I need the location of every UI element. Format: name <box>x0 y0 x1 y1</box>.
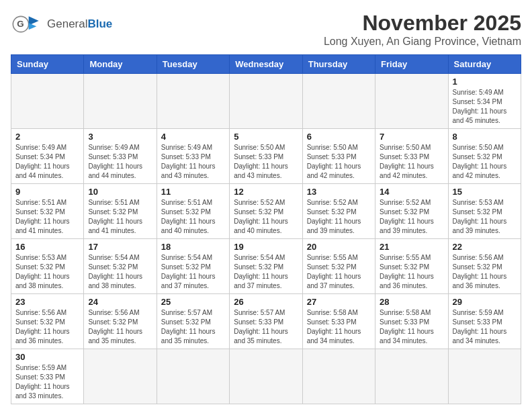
title-area: November 2025 Long Xuyen, An Giang Provi… <box>324 11 521 48</box>
day-info: Sunrise: 5:51 AM Sunset: 5:32 PM Dayligh… <box>15 198 79 236</box>
logo-text: GeneralBlue <box>47 17 112 31</box>
day-info: Sunrise: 5:58 AM Sunset: 5:33 PM Dayligh… <box>307 308 371 346</box>
day-number: 6 <box>307 132 371 142</box>
calendar-cell: 16Sunrise: 5:53 AM Sunset: 5:32 PM Dayli… <box>11 239 84 294</box>
day-info: Sunrise: 5:56 AM Sunset: 5:32 PM Dayligh… <box>88 308 152 346</box>
page-header: G GeneralBlue November 2025 Long Xuyen, … <box>11 11 521 48</box>
day-number: 18 <box>161 242 225 252</box>
day-number: 5 <box>234 132 298 142</box>
day-number: 10 <box>88 187 152 197</box>
day-info: Sunrise: 5:59 AM Sunset: 5:33 PM Dayligh… <box>15 363 79 401</box>
day-number: 29 <box>453 297 517 307</box>
day-number: 22 <box>453 242 517 252</box>
day-info: Sunrise: 5:53 AM Sunset: 5:32 PM Dayligh… <box>15 253 79 291</box>
calendar-cell: 30Sunrise: 5:59 AM Sunset: 5:33 PM Dayli… <box>11 349 84 404</box>
day-info: Sunrise: 5:56 AM Sunset: 5:32 PM Dayligh… <box>15 308 79 346</box>
day-info: Sunrise: 5:57 AM Sunset: 5:32 PM Dayligh… <box>161 308 225 346</box>
day-number: 13 <box>307 187 371 197</box>
calendar-cell: 20Sunrise: 5:55 AM Sunset: 5:32 PM Dayli… <box>302 239 375 294</box>
day-info: Sunrise: 5:54 AM Sunset: 5:32 PM Dayligh… <box>161 253 225 291</box>
calendar-cell <box>375 349 448 404</box>
day-number: 2 <box>15 132 79 142</box>
month-title: November 2025 <box>324 11 521 36</box>
calendar-week-row: 30Sunrise: 5:59 AM Sunset: 5:33 PM Dayli… <box>11 349 521 404</box>
day-number: 7 <box>380 132 443 142</box>
day-number: 16 <box>15 242 79 252</box>
calendar-cell <box>84 74 157 129</box>
calendar-cell: 21Sunrise: 5:55 AM Sunset: 5:32 PM Dayli… <box>375 239 448 294</box>
calendar-cell: 5Sunrise: 5:50 AM Sunset: 5:33 PM Daylig… <box>230 129 302 184</box>
calendar-cell: 29Sunrise: 5:59 AM Sunset: 5:33 PM Dayli… <box>448 294 521 349</box>
day-info: Sunrise: 5:58 AM Sunset: 5:33 PM Dayligh… <box>380 308 443 346</box>
day-info: Sunrise: 5:57 AM Sunset: 5:33 PM Dayligh… <box>234 308 298 346</box>
day-number: 12 <box>234 187 298 197</box>
calendar-week-row: 16Sunrise: 5:53 AM Sunset: 5:32 PM Dayli… <box>11 239 521 294</box>
day-number: 4 <box>161 132 225 142</box>
calendar-cell <box>157 74 229 129</box>
day-number: 28 <box>380 297 443 307</box>
day-number: 19 <box>234 242 298 252</box>
logo-general: General <box>47 17 87 30</box>
calendar-cell: 13Sunrise: 5:52 AM Sunset: 5:32 PM Dayli… <box>302 184 375 239</box>
calendar-cell: 28Sunrise: 5:58 AM Sunset: 5:33 PM Dayli… <box>375 294 448 349</box>
day-info: Sunrise: 5:52 AM Sunset: 5:32 PM Dayligh… <box>234 198 298 236</box>
day-info: Sunrise: 5:51 AM Sunset: 5:32 PM Dayligh… <box>161 198 225 236</box>
logo-blue: Blue <box>87 17 112 30</box>
day-number: 27 <box>307 297 371 307</box>
day-info: Sunrise: 5:51 AM Sunset: 5:32 PM Dayligh… <box>88 198 152 236</box>
calendar-cell: 7Sunrise: 5:50 AM Sunset: 5:33 PM Daylig… <box>375 129 448 184</box>
calendar-cell <box>157 349 229 404</box>
weekday-header-monday: Monday <box>84 55 157 74</box>
weekday-header-tuesday: Tuesday <box>157 55 229 74</box>
calendar-week-row: 2Sunrise: 5:49 AM Sunset: 5:34 PM Daylig… <box>11 129 521 184</box>
day-number: 11 <box>161 187 225 197</box>
calendar-cell: 14Sunrise: 5:52 AM Sunset: 5:32 PM Dayli… <box>375 184 448 239</box>
calendar-week-row: 23Sunrise: 5:56 AM Sunset: 5:32 PM Dayli… <box>11 294 521 349</box>
day-number: 9 <box>15 187 79 197</box>
day-number: 3 <box>88 132 152 142</box>
calendar-cell: 15Sunrise: 5:53 AM Sunset: 5:32 PM Dayli… <box>448 184 521 239</box>
weekday-header-sunday: Sunday <box>11 55 84 74</box>
calendar-cell: 23Sunrise: 5:56 AM Sunset: 5:32 PM Dayli… <box>11 294 84 349</box>
day-number: 26 <box>234 297 298 307</box>
day-number: 1 <box>453 77 517 87</box>
day-info: Sunrise: 5:56 AM Sunset: 5:32 PM Dayligh… <box>453 253 517 291</box>
weekday-header-friday: Friday <box>375 55 448 74</box>
calendar-cell: 1Sunrise: 5:49 AM Sunset: 5:34 PM Daylig… <box>448 74 521 129</box>
day-info: Sunrise: 5:59 AM Sunset: 5:33 PM Dayligh… <box>453 308 517 346</box>
day-info: Sunrise: 5:49 AM Sunset: 5:33 PM Dayligh… <box>88 143 152 181</box>
weekday-header-wednesday: Wednesday <box>230 55 302 74</box>
calendar-week-row: 1Sunrise: 5:49 AM Sunset: 5:34 PM Daylig… <box>11 74 521 129</box>
calendar-cell <box>84 349 157 404</box>
day-info: Sunrise: 5:53 AM Sunset: 5:32 PM Dayligh… <box>453 198 517 236</box>
calendar-cell: 12Sunrise: 5:52 AM Sunset: 5:32 PM Dayli… <box>230 184 302 239</box>
svg-marker-3 <box>29 23 37 30</box>
calendar-cell: 19Sunrise: 5:54 AM Sunset: 5:32 PM Dayli… <box>230 239 302 294</box>
day-number: 17 <box>88 242 152 252</box>
svg-text:G: G <box>17 19 24 29</box>
day-number: 20 <box>307 242 371 252</box>
day-info: Sunrise: 5:49 AM Sunset: 5:34 PM Dayligh… <box>15 143 79 181</box>
weekday-header-row: SundayMondayTuesdayWednesdayThursdayFrid… <box>11 55 521 74</box>
day-info: Sunrise: 5:52 AM Sunset: 5:32 PM Dayligh… <box>307 198 371 236</box>
day-info: Sunrise: 5:49 AM Sunset: 5:33 PM Dayligh… <box>161 143 225 181</box>
calendar-cell: 9Sunrise: 5:51 AM Sunset: 5:32 PM Daylig… <box>11 184 84 239</box>
day-number: 8 <box>453 132 517 142</box>
day-number: 23 <box>15 297 79 307</box>
day-info: Sunrise: 5:50 AM Sunset: 5:33 PM Dayligh… <box>234 143 298 181</box>
calendar-cell: 8Sunrise: 5:50 AM Sunset: 5:32 PM Daylig… <box>448 129 521 184</box>
day-info: Sunrise: 5:49 AM Sunset: 5:34 PM Dayligh… <box>453 88 517 126</box>
location-subtitle: Long Xuyen, An Giang Province, Vietnam <box>324 36 521 48</box>
calendar-cell: 17Sunrise: 5:54 AM Sunset: 5:32 PM Dayli… <box>84 239 157 294</box>
day-info: Sunrise: 5:54 AM Sunset: 5:32 PM Dayligh… <box>88 253 152 291</box>
calendar-cell <box>448 349 521 404</box>
calendar-cell: 25Sunrise: 5:57 AM Sunset: 5:32 PM Dayli… <box>157 294 229 349</box>
day-number: 24 <box>88 297 152 307</box>
calendar-cell: 27Sunrise: 5:58 AM Sunset: 5:33 PM Dayli… <box>302 294 375 349</box>
generalblue-logo: G <box>11 11 44 38</box>
day-number: 30 <box>15 352 79 362</box>
calendar-table: SundayMondayTuesdayWednesdayThursdayFrid… <box>11 54 521 404</box>
logo-area: G GeneralBlue <box>11 11 112 38</box>
calendar-cell <box>11 74 84 129</box>
day-info: Sunrise: 5:50 AM Sunset: 5:33 PM Dayligh… <box>307 143 371 181</box>
